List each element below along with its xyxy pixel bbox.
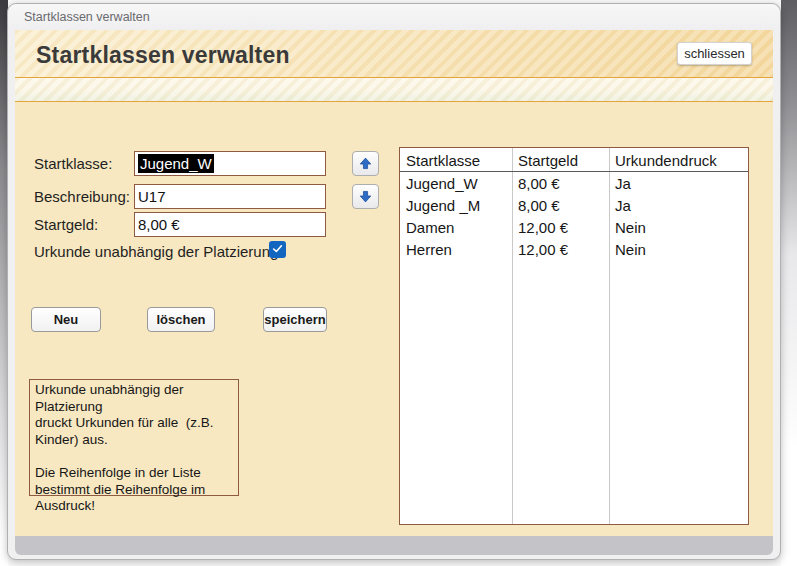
cell-urkundendruck: Nein	[609, 217, 750, 239]
cell-startgeld: 8,00 €	[512, 195, 609, 217]
certificate-checkbox-label: Urkunde unabhängig der Platzierung	[34, 242, 278, 262]
startgeld-label: Startgeld:	[34, 212, 98, 237]
form-content: Startklasse: Jugend_W Beschreibung: U17 …	[15, 102, 773, 536]
column-header-urkundendruck: Urkundendruck	[609, 150, 750, 172]
column-header-startklasse: Startklasse	[400, 150, 512, 172]
delete-button[interactable]: löschen	[147, 307, 215, 332]
new-button[interactable]: Neu	[31, 307, 101, 332]
dialog-window: Startklassen verwalten Startklassen verw…	[7, 3, 781, 560]
cell-startgeld: 12,00 €	[512, 217, 609, 239]
checkmark-icon	[271, 241, 284, 259]
header-divider-band	[15, 78, 773, 102]
cell-startklasse: Damen	[400, 217, 512, 239]
cell-startgeld: 8,00 €	[512, 173, 609, 195]
window-titlebar[interactable]: Startklassen verwalten	[8, 4, 780, 30]
down-arrow-icon	[358, 189, 373, 204]
table-row[interactable]: Herren 12,00 € Nein	[400, 239, 748, 261]
bottom-status-strip	[15, 536, 773, 555]
cell-startklasse: Jugend_W	[400, 173, 512, 195]
info-text-box: Urkunde unabhängig der Platzierung druck…	[29, 379, 239, 496]
form-header: Startklassen verwalten schliessen	[15, 30, 773, 78]
column-header-startgeld: Startgeld	[512, 150, 609, 172]
move-up-button[interactable]	[352, 151, 379, 176]
cell-startgeld: 12,00 €	[512, 239, 609, 261]
startklasse-label: Startklasse:	[34, 151, 112, 176]
cell-urkundendruck: Nein	[609, 239, 750, 261]
certificate-checkbox[interactable]	[269, 241, 286, 258]
cell-urkundendruck: Ja	[609, 173, 750, 195]
table-row[interactable]: Jugend_W 8,00 € Ja	[400, 173, 748, 195]
screen: Startklassen verwalten Startklassen verw…	[0, 0, 797, 566]
table-row[interactable]: Jugend _M 8,00 € Ja	[400, 195, 748, 217]
cell-startklasse: Herren	[400, 239, 512, 261]
startklasse-input[interactable]: Jugend_W	[134, 151, 326, 176]
window-title: Startklassen verwalten	[24, 10, 150, 24]
beschreibung-input[interactable]: U17	[134, 184, 326, 209]
table-row[interactable]: Damen 12,00 € Nein	[400, 217, 748, 239]
close-button[interactable]: schliessen	[677, 42, 752, 65]
startklassen-table[interactable]: Startklasse Startgeld Urkundendruck Juge…	[399, 147, 749, 525]
beschreibung-label: Beschreibung:	[34, 184, 130, 209]
page-title: Startklassen verwalten	[36, 40, 290, 70]
cell-urkundendruck: Ja	[609, 195, 750, 217]
table-header-row: Startklasse Startgeld Urkundendruck	[400, 150, 748, 172]
dialog-body: Startklassen verwalten schliessen Startk…	[15, 30, 773, 555]
save-button[interactable]: speichern	[263, 307, 327, 332]
up-arrow-icon	[358, 156, 373, 171]
cell-startklasse: Jugend _M	[400, 195, 512, 217]
move-down-button[interactable]	[352, 184, 379, 209]
startgeld-input[interactable]: 8,00 €	[134, 212, 326, 237]
selected-input-text: Jugend_W	[138, 154, 214, 173]
background-window-edge-right	[781, 0, 797, 566]
